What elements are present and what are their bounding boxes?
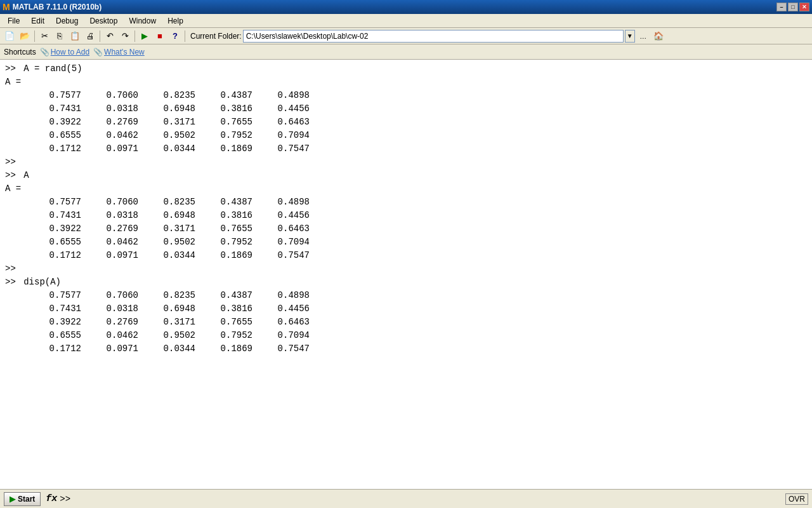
command-text-1: A = rand(5) bbox=[18, 62, 82, 76]
cell: 0.1712 bbox=[37, 342, 94, 356]
menu-window[interactable]: Window bbox=[124, 15, 161, 27]
empty-prompt-1: >> bbox=[5, 156, 807, 169]
console-output[interactable]: >> A = rand(5) A = 0.7577 0.7060 0.8235 … bbox=[0, 60, 812, 489]
matrix-row-1-3: 0.3922 0.2769 0.3171 0.7655 0.6463 bbox=[5, 116, 807, 129]
cell: 0.7094 bbox=[265, 129, 322, 142]
empty-prompt-2: >> bbox=[5, 262, 807, 276]
cell: 0.2769 bbox=[94, 116, 151, 129]
command-text-2: A bbox=[18, 169, 29, 182]
current-folder-input[interactable] bbox=[243, 30, 624, 43]
cell: 0.4387 bbox=[208, 289, 265, 302]
new-file-button[interactable]: 📄 bbox=[3, 29, 16, 43]
window-controls[interactable]: – □ ✕ bbox=[776, 3, 809, 11]
fx-prompt: fx >> bbox=[46, 493, 70, 504]
cell: 0.0971 bbox=[94, 342, 151, 356]
cell: 0.0971 bbox=[94, 249, 151, 262]
cell: 0.7547 bbox=[265, 142, 322, 156]
prompt-1: >> bbox=[5, 62, 16, 76]
undo-button[interactable]: ↶ bbox=[103, 29, 117, 43]
shortcuts-bar: Shortcuts 📎 How to Add 📎 What's New bbox=[0, 44, 812, 60]
folder-browse-button[interactable]: ▼ bbox=[625, 30, 635, 43]
sep-3 bbox=[134, 30, 135, 42]
cell: 0.3922 bbox=[37, 222, 94, 236]
cell: 0.6948 bbox=[151, 209, 208, 222]
cell: 0.4898 bbox=[265, 289, 322, 302]
cell: 0.9502 bbox=[151, 236, 208, 249]
cell: 0.6463 bbox=[265, 222, 322, 236]
folder-home-button[interactable]: 🏠 bbox=[652, 29, 665, 43]
menu-file[interactable]: File bbox=[3, 15, 25, 27]
menu-bar: File Edit Debug Desktop Window Help bbox=[0, 14, 812, 28]
cell: 0.4387 bbox=[208, 89, 265, 102]
shortcut-whats-new[interactable]: 📎 What's New bbox=[93, 48, 145, 57]
cell: 0.2769 bbox=[94, 316, 151, 329]
final-prompt: >> bbox=[60, 494, 70, 504]
cell: 0.1712 bbox=[37, 142, 94, 156]
prompt-empty-2: >> bbox=[5, 262, 16, 276]
title-left: M MATLAB 7.11.0 (R2010b) bbox=[3, 2, 102, 12]
cell: 0.8235 bbox=[151, 196, 208, 209]
redo-button[interactable]: ↷ bbox=[118, 29, 132, 43]
app-icon: M bbox=[3, 2, 10, 12]
folder-navigate-button[interactable]: … bbox=[636, 29, 650, 43]
cell: 0.7094 bbox=[265, 329, 322, 342]
cell: 0.7094 bbox=[265, 236, 322, 249]
cell: 0.6463 bbox=[265, 116, 322, 129]
open-button[interactable]: 📂 bbox=[18, 29, 32, 43]
cell: 0.0318 bbox=[94, 209, 151, 222]
cell: 0.7952 bbox=[208, 329, 265, 342]
command-text-3: disp(A) bbox=[18, 276, 61, 289]
fx-symbol: fx bbox=[46, 493, 57, 504]
cell: 0.9502 bbox=[151, 329, 208, 342]
cell: 0.7655 bbox=[208, 116, 265, 129]
cell: 0.3816 bbox=[208, 209, 265, 222]
matrix-row-2-5: 0.1712 0.0971 0.0344 0.1869 0.7547 bbox=[5, 249, 807, 262]
matrix-row-1-5: 0.1712 0.0971 0.0344 0.1869 0.7547 bbox=[5, 142, 807, 156]
shortcut-how-to-add-label[interactable]: How to Add bbox=[51, 48, 89, 57]
start-button[interactable]: ▶ Start bbox=[4, 492, 41, 506]
matrix-row-2-3: 0.3922 0.2769 0.3171 0.7655 0.6463 bbox=[5, 222, 807, 236]
cell: 0.3816 bbox=[208, 302, 265, 316]
shortcut-how-to-add-icon: 📎 bbox=[40, 48, 49, 57]
close-button[interactable]: ✕ bbox=[799, 3, 809, 11]
sep-4 bbox=[185, 30, 185, 42]
cell: 0.7431 bbox=[37, 102, 94, 116]
paste-button[interactable]: 📋 bbox=[68, 29, 82, 43]
cell: 0.7547 bbox=[265, 342, 322, 356]
run-button[interactable]: ▶ bbox=[138, 29, 152, 43]
cell: 0.7952 bbox=[208, 236, 265, 249]
cell: 0.7577 bbox=[37, 89, 94, 102]
cell: 0.6555 bbox=[37, 129, 94, 142]
sep-2 bbox=[100, 30, 100, 42]
cell: 0.7952 bbox=[208, 129, 265, 142]
shortcut-whats-new-label[interactable]: What's New bbox=[104, 48, 145, 57]
minimize-button[interactable]: – bbox=[776, 3, 787, 11]
print-button[interactable]: 🖨 bbox=[83, 29, 97, 43]
restore-button[interactable]: □ bbox=[788, 3, 798, 11]
matrix-row-1-4: 0.6555 0.0462 0.9502 0.7952 0.7094 bbox=[5, 129, 807, 142]
matrix-row-2-2: 0.7431 0.0318 0.6948 0.3816 0.4456 bbox=[5, 209, 807, 222]
help-button[interactable]: ? bbox=[168, 29, 182, 43]
matrix-row-1-2: 0.7431 0.0318 0.6948 0.3816 0.4456 bbox=[5, 102, 807, 116]
cell: 0.1712 bbox=[37, 249, 94, 262]
matrix-row-3-4: 0.6555 0.0462 0.9502 0.7952 0.7094 bbox=[5, 329, 807, 342]
copy-button[interactable]: ⎘ bbox=[53, 29, 67, 43]
shortcut-how-to-add[interactable]: 📎 How to Add bbox=[40, 48, 89, 57]
simulink-button[interactable]: ■ bbox=[153, 29, 167, 43]
cell: 0.0318 bbox=[94, 102, 151, 116]
prompt-3: >> bbox=[5, 276, 16, 289]
matrix-row-3-3: 0.3922 0.2769 0.3171 0.7655 0.6463 bbox=[5, 316, 807, 329]
command-line-3: >> disp(A) bbox=[5, 276, 807, 289]
cell: 0.0462 bbox=[94, 129, 151, 142]
menu-help[interactable]: Help bbox=[162, 15, 188, 27]
cell: 0.7577 bbox=[37, 196, 94, 209]
cut-button[interactable]: ✂ bbox=[37, 29, 51, 43]
toolbar: 📄 📂 ✂ ⎘ 📋 🖨 ↶ ↷ ▶ ■ ? Current Folder: ▼ … bbox=[0, 28, 812, 44]
menu-debug[interactable]: Debug bbox=[51, 15, 83, 27]
cell: 0.4898 bbox=[265, 196, 322, 209]
cell: 0.4898 bbox=[265, 89, 322, 102]
menu-desktop[interactable]: Desktop bbox=[84, 15, 122, 27]
cell: 0.4456 bbox=[265, 302, 322, 316]
cell: 0.7577 bbox=[37, 289, 94, 302]
menu-edit[interactable]: Edit bbox=[26, 15, 49, 27]
